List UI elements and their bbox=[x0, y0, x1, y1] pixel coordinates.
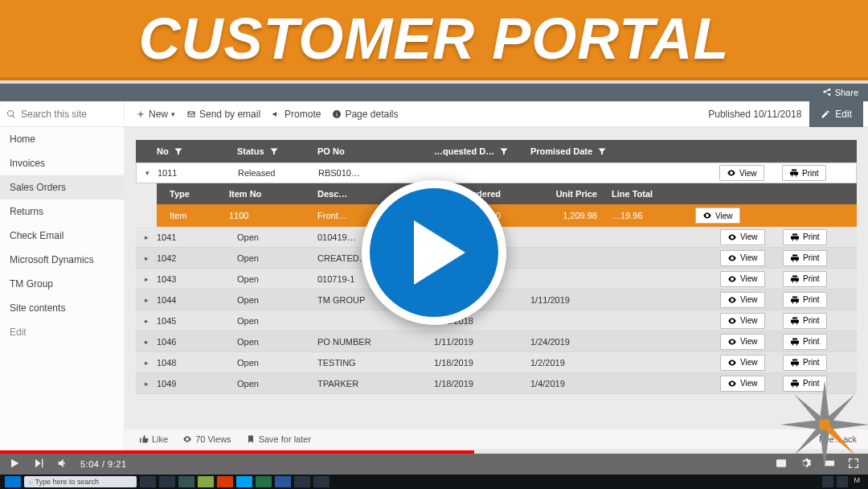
expand-icon[interactable]: ▸ bbox=[136, 275, 157, 283]
filter-icon[interactable] bbox=[597, 146, 607, 156]
eye-icon bbox=[727, 168, 736, 178]
taskbar-app-icon[interactable] bbox=[275, 476, 291, 487]
site-search-placeholder: Search this site bbox=[21, 109, 87, 120]
fullscreen-icon[interactable] bbox=[847, 457, 860, 471]
taskbar-app-icon[interactable] bbox=[294, 476, 310, 487]
print-button[interactable]: Print bbox=[783, 292, 827, 308]
table-row[interactable]: ▸1044OpenTM GROUP1/8/20191/11/2019ViewPr… bbox=[136, 290, 857, 310]
view-button[interactable]: View bbox=[720, 376, 765, 392]
print-button[interactable]: Print bbox=[783, 271, 827, 287]
subgrid-row[interactable]: Item 1100 Front… 2.00 1,209.98 …19.96 Vi… bbox=[157, 204, 857, 227]
video-play-overlay[interactable] bbox=[362, 180, 506, 325]
share-label[interactable]: Share bbox=[835, 88, 858, 97]
start-button[interactable] bbox=[5, 476, 21, 487]
theater-icon[interactable] bbox=[823, 457, 836, 471]
view-button[interactable]: View bbox=[720, 334, 765, 350]
command-bar: Search this site New ▾ Send by email Pro… bbox=[0, 101, 868, 127]
feedback-button[interactable]: Fee…ack bbox=[819, 434, 857, 444]
view-button[interactable]: View bbox=[720, 250, 765, 266]
expand-icon[interactable]: ▸ bbox=[136, 317, 157, 325]
cell-requested: 1/11/2019 bbox=[434, 337, 530, 347]
edit-page-button[interactable]: Edit bbox=[809, 101, 863, 127]
expand-icon[interactable]: ▸ bbox=[136, 254, 157, 262]
captions-icon[interactable] bbox=[775, 457, 788, 471]
view-button[interactable]: View bbox=[720, 355, 765, 371]
cell-promised: 1/2/2019 bbox=[530, 358, 635, 368]
cell-no: 1041 bbox=[157, 232, 237, 242]
cell-po: TESTING bbox=[317, 358, 434, 368]
taskbar-clock: M bbox=[851, 476, 864, 487]
taskbar-app-icon[interactable] bbox=[236, 476, 252, 487]
print-button[interactable]: Print bbox=[783, 376, 827, 392]
taskbar-app-icon[interactable] bbox=[217, 476, 233, 487]
print-button[interactable]: Print bbox=[782, 165, 826, 181]
col-no[interactable]: No bbox=[157, 146, 237, 156]
like-label: Like bbox=[152, 434, 168, 444]
print-button[interactable]: Print bbox=[783, 334, 827, 350]
view-button[interactable]: View bbox=[720, 313, 765, 329]
sidebar-item-sales-orders[interactable]: Sales Orders bbox=[0, 175, 124, 199]
col-status[interactable]: Status bbox=[237, 146, 317, 156]
expand-icon[interactable]: ▸ bbox=[136, 338, 157, 346]
table-row[interactable]: ▸1046OpenPO NUMBER1/11/20191/24/2019View… bbox=[136, 331, 857, 352]
table-row[interactable]: ▸1045Open3/26/2018ViewPrint bbox=[136, 310, 857, 331]
taskbar-app-icon[interactable] bbox=[256, 476, 272, 487]
expand-icon[interactable]: ▸ bbox=[136, 380, 157, 388]
view-button[interactable]: View bbox=[720, 292, 765, 308]
sidebar-item-home[interactable]: Home bbox=[0, 127, 124, 151]
site-search[interactable]: Search this site bbox=[0, 101, 125, 127]
expand-icon[interactable]: ▸ bbox=[136, 296, 157, 304]
sidebar-item-invoices[interactable]: Invoices bbox=[0, 151, 124, 175]
col-requested-date[interactable]: …quested D… bbox=[434, 146, 530, 156]
print-button[interactable]: Print bbox=[783, 250, 827, 266]
table-row[interactable]: ▾ 1011 Released RBS010… View Print bbox=[136, 162, 857, 183]
taskbar-app-icon[interactable] bbox=[178, 476, 194, 487]
sidebar-item-edit[interactable]: Edit bbox=[0, 320, 124, 344]
tray-icon[interactable] bbox=[822, 476, 833, 487]
like-button[interactable]: Like bbox=[139, 434, 168, 444]
sidebar-item-site-contents[interactable]: Site contents bbox=[0, 296, 124, 320]
sidebar-item-tm-group[interactable]: TM Group bbox=[0, 272, 124, 296]
eye-icon bbox=[727, 232, 737, 242]
view-button[interactable]: View bbox=[695, 208, 740, 224]
taskbar-app-icon[interactable] bbox=[313, 476, 330, 487]
send-email-button[interactable]: Send by email bbox=[186, 109, 260, 120]
view-button[interactable]: View bbox=[720, 229, 765, 245]
video-controls: 5:04 / 9:21 bbox=[0, 454, 868, 475]
collapse-icon[interactable]: ▾ bbox=[137, 169, 158, 177]
save-for-later-button[interactable]: Save for later bbox=[246, 434, 311, 444]
page-details-button[interactable]: Page details bbox=[332, 109, 398, 120]
next-icon[interactable] bbox=[32, 457, 45, 471]
table-row[interactable]: ▸1048OpenTESTING1/18/20191/2/2019ViewPri… bbox=[136, 352, 857, 373]
play-icon[interactable] bbox=[8, 457, 21, 471]
taskbar-app-icon[interactable] bbox=[140, 476, 156, 487]
col-po-no[interactable]: PO No bbox=[317, 146, 434, 156]
sidebar-item-returns[interactable]: Returns bbox=[0, 199, 124, 224]
settings-icon[interactable] bbox=[799, 457, 812, 471]
print-label: Print bbox=[802, 169, 819, 178]
promote-button[interactable]: Promote bbox=[272, 109, 321, 120]
video-time: 5:04 / 9:21 bbox=[80, 459, 127, 469]
sidebar-item-microsoft-dynamics[interactable]: Microsoft Dynamics bbox=[0, 248, 124, 272]
tray-icon[interactable] bbox=[837, 476, 848, 487]
col-no-label: No bbox=[157, 146, 169, 156]
sidebar-item-check-email[interactable]: Check Email bbox=[0, 224, 124, 248]
filter-icon[interactable] bbox=[499, 146, 509, 156]
print-button[interactable]: Print bbox=[783, 355, 827, 371]
volume-icon[interactable] bbox=[56, 457, 69, 471]
filter-icon[interactable] bbox=[174, 146, 183, 156]
new-button[interactable]: New ▾ bbox=[136, 109, 175, 120]
view-button[interactable]: View bbox=[719, 165, 764, 181]
table-row[interactable]: ▸1049OpenTPARKER1/18/20191/4/2019ViewPri… bbox=[136, 373, 857, 394]
grid-header: No Status PO No …quested D… Promised Dat… bbox=[136, 140, 857, 162]
expand-icon[interactable]: ▸ bbox=[136, 359, 157, 367]
col-promised-date[interactable]: Promised Date bbox=[530, 146, 635, 156]
view-button[interactable]: View bbox=[720, 271, 765, 287]
print-button[interactable]: Print bbox=[783, 313, 827, 329]
expand-icon[interactable]: ▸ bbox=[136, 233, 157, 241]
print-button[interactable]: Print bbox=[783, 229, 827, 245]
taskbar-app-icon[interactable] bbox=[159, 476, 175, 487]
filter-icon[interactable] bbox=[269, 146, 279, 156]
taskbar-app-icon[interactable] bbox=[198, 476, 214, 487]
taskbar-search[interactable]: ⌕ Type here to search bbox=[24, 476, 137, 487]
